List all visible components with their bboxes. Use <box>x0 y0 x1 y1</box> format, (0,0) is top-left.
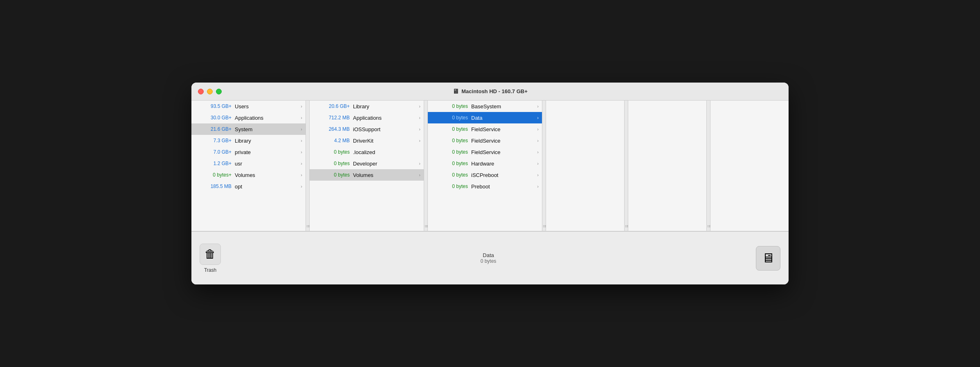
hd-widget[interactable]: 🖥 <box>756 246 780 271</box>
maximize-button[interactable] <box>216 89 222 94</box>
list-item[interactable]: 0 bytesBaseSystem› <box>428 101 542 112</box>
hd-icon: 🖥 <box>452 88 459 95</box>
file-name: Hardware <box>471 161 535 167</box>
column-1[interactable]: 93.5 GB+Users›30.0 GB+Applications›21.6 … <box>191 101 306 231</box>
columns-area: 93.5 GB+Users›30.0 GB+Applications›21.6 … <box>191 101 789 231</box>
list-item[interactable]: 7.3 GB+Library› <box>191 135 306 146</box>
list-item[interactable]: 264.3 MBiOSSupport› <box>310 123 424 135</box>
list-item[interactable]: 21.6 GB+System› <box>191 123 306 135</box>
chevron-right-icon: › <box>537 104 539 109</box>
file-size: 7.0 GB+ <box>195 149 232 155</box>
titlebar: 🖥 Macintosh HD - 160.7 GB+ <box>191 83 789 101</box>
chevron-right-icon: › <box>301 127 302 132</box>
chevron-right-icon: › <box>419 138 420 143</box>
chevron-right-icon: › <box>537 172 539 177</box>
chevron-right-icon: › <box>537 161 539 166</box>
selected-item-size: 0 bytes <box>221 258 756 264</box>
chevron-right-icon: › <box>419 161 420 166</box>
file-name: Library <box>353 103 417 110</box>
chevron-right-icon: › <box>301 161 302 166</box>
file-name: System <box>235 126 299 132</box>
divider-4[interactable]: ⠿ <box>625 101 628 231</box>
list-item[interactable]: 0 bytesiSCPreboot› <box>428 169 542 181</box>
file-size: 4.2 MB <box>313 138 350 143</box>
file-name: Applications <box>353 115 417 121</box>
chevron-right-icon: › <box>537 138 539 143</box>
chevron-right-icon: › <box>301 184 302 189</box>
list-item[interactable]: 0 bytesData› <box>428 112 542 123</box>
divider-handle: ⠿ <box>542 225 546 228</box>
column-6 <box>710 101 789 231</box>
list-item[interactable]: 0 bytesFieldService› <box>428 123 542 135</box>
file-size: 0 bytes <box>431 149 468 155</box>
list-item[interactable]: 0 bytesDeveloper› <box>310 158 424 169</box>
hd-widget-icon: 🖥 <box>762 251 775 266</box>
file-name: iSCPreboot <box>471 172 535 178</box>
minimize-button[interactable] <box>207 89 213 94</box>
divider-1[interactable]: ⠿ <box>306 101 310 231</box>
list-item[interactable]: 1.2 GB+usr› <box>191 158 306 169</box>
content-area: 93.5 GB+Users›30.0 GB+Applications›21.6 … <box>191 101 789 284</box>
chevron-right-icon: › <box>419 115 420 120</box>
file-name: private <box>235 149 299 155</box>
list-item[interactable]: 30.0 GB+Applications› <box>191 112 306 123</box>
bottom-bar: 🗑 Trash Data 0 bytes 🖥 <box>191 231 789 284</box>
traffic-lights <box>198 89 222 94</box>
file-size: 264.3 MB <box>313 126 350 132</box>
divider-3[interactable]: ⠿ <box>542 101 546 231</box>
close-button[interactable] <box>198 89 204 94</box>
list-item[interactable]: 0 bytesFieldService› <box>428 135 542 146</box>
column-3[interactable]: 0 bytesBaseSystem›0 bytesData›0 bytesFie… <box>428 101 542 231</box>
column-2[interactable]: 20.6 GB+Library›712.2 MBApplications›264… <box>310 101 424 231</box>
divider-handle: ⠿ <box>424 225 428 228</box>
file-name: Preboot <box>471 184 535 190</box>
divider-handle: ⠿ <box>706 225 711 228</box>
file-size: 185.5 MB <box>195 184 232 189</box>
divider-2[interactable]: ⠿ <box>424 101 428 231</box>
file-size: 0 bytes <box>313 161 350 166</box>
list-item[interactable]: 0 bytes.localized <box>310 146 424 158</box>
file-size: 0 bytes <box>431 103 468 109</box>
list-item[interactable]: 0 bytes+Volumes› <box>191 169 306 181</box>
file-size: 0 bytes <box>431 126 468 132</box>
file-name: Data <box>471 115 535 121</box>
finder-window: 🖥 Macintosh HD - 160.7 GB+ 93.5 GB+Users… <box>191 83 789 284</box>
chevron-right-icon: › <box>419 104 420 109</box>
list-item[interactable]: 7.0 GB+private› <box>191 146 306 158</box>
list-item[interactable]: 0 bytesFieldService› <box>428 146 542 158</box>
chevron-right-icon: › <box>419 172 420 177</box>
chevron-right-icon: › <box>301 104 302 109</box>
selection-info: Data 0 bytes <box>221 252 756 264</box>
file-size: 21.6 GB+ <box>195 126 232 132</box>
chevron-right-icon: › <box>301 138 302 143</box>
window-title: 🖥 Macintosh HD - 160.7 GB+ <box>452 88 527 95</box>
chevron-right-icon: › <box>537 184 539 189</box>
file-size: 30.0 GB+ <box>195 115 232 121</box>
file-size: 0 bytes+ <box>195 172 232 178</box>
file-name: Users <box>235 103 299 110</box>
list-item[interactable]: 20.6 GB+Library› <box>310 101 424 112</box>
column-4 <box>546 101 625 231</box>
list-item[interactable]: 0 bytesVolumes› <box>310 169 424 181</box>
chevron-right-icon: › <box>537 127 539 132</box>
divider-5[interactable]: ⠿ <box>707 101 710 231</box>
list-item[interactable]: 712.2 MBApplications› <box>310 112 424 123</box>
chevron-right-icon: › <box>301 115 302 120</box>
file-size: 0 bytes <box>313 172 350 178</box>
file-size: 93.5 GB+ <box>195 103 232 109</box>
list-item[interactable]: 185.5 MBopt› <box>191 181 306 192</box>
trash-label: Trash <box>204 267 216 273</box>
file-name: FieldService <box>471 126 535 132</box>
list-item[interactable]: 0 bytesHardware› <box>428 158 542 169</box>
file-name: Volumes <box>353 172 417 178</box>
list-item[interactable]: 93.5 GB+Users› <box>191 101 306 112</box>
file-size: 0 bytes <box>431 138 468 143</box>
trash-area[interactable]: 🗑 Trash <box>200 244 221 273</box>
chevron-right-icon: › <box>301 150 302 154</box>
list-item[interactable]: 4.2 MBDriverKit› <box>310 135 424 146</box>
file-size: 1.2 GB+ <box>195 161 232 166</box>
list-item[interactable]: 0 bytesPreboot› <box>428 181 542 192</box>
file-name: usr <box>235 161 299 167</box>
selected-item-name: Data <box>221 252 756 258</box>
file-name: Volumes <box>235 172 299 178</box>
